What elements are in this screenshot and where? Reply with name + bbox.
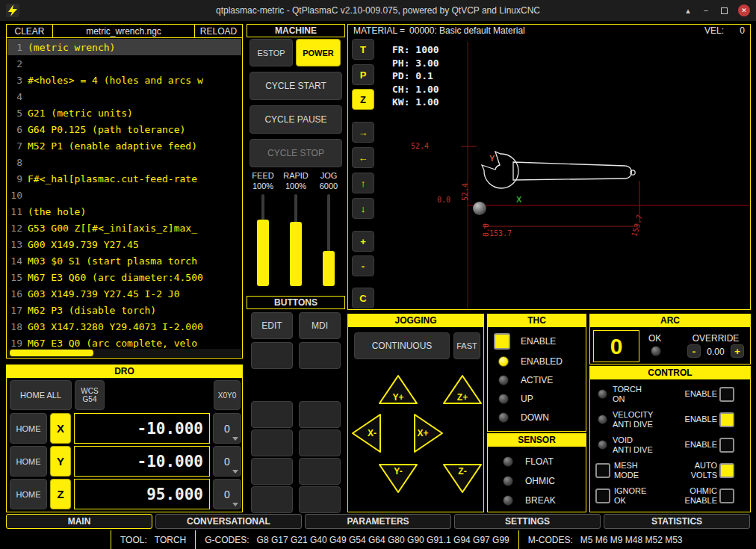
gcode-line[interactable]: 2 [7, 55, 241, 72]
user-button-empty[interactable] [251, 342, 293, 369]
mesh-label-line1: MESH [614, 461, 639, 471]
auto-volts-checkbox[interactable] [719, 463, 734, 478]
gcode-line[interactable]: 18 G03 X147.3280 Y29.4073 I-2.000 [7, 318, 241, 335]
ohmic-probe-enable-checkbox[interactable] [719, 488, 734, 503]
arc-override-plus-button[interactable]: + [731, 344, 744, 358]
zero-y-button[interactable]: 0 [213, 446, 241, 477]
gcode-line[interactable]: 10 [7, 187, 241, 203]
pan-left-button[interactable]: ← [352, 147, 374, 168]
home-y-button[interactable]: HOME [10, 446, 47, 477]
jog-x-plus-button[interactable]: X+ [412, 412, 445, 458]
gcode-line[interactable]: 12 G53 G00 Z[[#<_ini[axis_z]max_ [7, 220, 241, 236]
jog-z-plus-button[interactable]: Z+ [441, 373, 484, 409]
continuous-jog-button[interactable]: CONTINUOUS [354, 332, 450, 359]
gcode-line[interactable]: 1 (metric wrench) [7, 39, 241, 55]
user-button-empty[interactable] [299, 342, 341, 369]
jog-y-minus-button[interactable]: Y- [377, 462, 420, 498]
gcode-listing[interactable]: 1 (metric wrench) 2 3 #<holes> = 4 (hole… [7, 39, 241, 348]
preview-canvas[interactable]: 52.4 52.4 0.0 0.0 153.7 153.7 Y X FR: 10… [349, 37, 749, 308]
override-slider[interactable] [257, 194, 269, 286]
clear-view-button[interactable]: C [352, 288, 374, 308]
gcode-line[interactable]: 15 M67 E3 Q60 (arc diameter:4.500 [7, 269, 241, 285]
edit-button[interactable]: EDIT [251, 312, 293, 339]
clear-button[interactable]: CLEAR [7, 25, 53, 37]
gcode-hscrollbar[interactable] [7, 349, 241, 357]
view-top-button[interactable]: T [352, 39, 374, 60]
gcode-line[interactable]: 16 G03 X149.739 Y27.45 I-2 J0 [7, 285, 241, 302]
gcode-line[interactable]: 17 M62 P3 (disable torch) [7, 302, 241, 318]
axis-z-button[interactable]: Z [50, 479, 71, 509]
user-button-empty[interactable] [251, 429, 293, 456]
ignore-arc-ok-checkbox[interactable] [595, 488, 610, 503]
view-z-button[interactable]: Z [352, 89, 374, 110]
power-button[interactable]: POWER [296, 39, 341, 66]
cycle-pause-button[interactable]: CYCLE PAUSE [250, 105, 342, 134]
user-button-empty[interactable] [251, 401, 293, 428]
home-z-button[interactable]: HOME [10, 479, 47, 509]
mesh-mode-checkbox[interactable] [595, 463, 610, 478]
pan-down-button[interactable]: ↓ [352, 198, 374, 219]
maximize-button[interactable] [716, 0, 732, 21]
override-slider[interactable] [323, 194, 335, 286]
gcode-line[interactable]: 14 M03 $0 S1 (start plasma torch [7, 252, 241, 269]
gcode-line[interactable]: 8 [7, 154, 241, 170]
velocity-enable-checkbox[interactable] [719, 412, 734, 427]
material-value[interactable]: 00000: Basic default Material [409, 25, 525, 36]
wcs-button[interactable]: WCS G54 [75, 380, 105, 410]
tab-statistics[interactable]: STATISTICS [604, 514, 750, 529]
tab-settings[interactable]: SETTINGS [454, 514, 601, 529]
torch-enable-checkbox[interactable] [719, 387, 734, 402]
void-enable-checkbox[interactable] [719, 438, 734, 453]
axis-x-button[interactable]: X [50, 413, 71, 444]
gcode-line[interactable]: 5 G21 (metric units) [7, 105, 241, 121]
gcode-line[interactable]: 9 F#<_hal[plasmac.cut-feed-rate [7, 170, 241, 187]
cycle-stop-button[interactable]: CYCLE STOP [250, 139, 342, 167]
view-p-button[interactable]: P [352, 64, 374, 85]
user-button-empty[interactable] [299, 458, 341, 485]
slider-handle[interactable] [323, 251, 335, 286]
home-x-button[interactable]: HOME [10, 413, 47, 444]
gcode-line[interactable]: 19 M67 E3 Q0 (arc complete, velo [7, 335, 241, 348]
override-slider[interactable] [290, 194, 302, 286]
zoom-out-button[interactable]: - [352, 255, 374, 276]
thc-enable-checkbox[interactable] [494, 333, 510, 350]
axis-y-button[interactable]: Y [50, 446, 71, 477]
gcode-hscrollbar-thumb[interactable] [10, 350, 93, 356]
gcode-line[interactable]: 11 (the hole) [7, 203, 241, 220]
tab-main[interactable]: MAIN [6, 514, 152, 529]
arc-override-minus-button[interactable]: - [687, 344, 701, 358]
tab-parameters[interactable]: PARAMETERS [305, 514, 451, 529]
close-button[interactable]: ✕ [738, 4, 750, 16]
arc-ok-label: OK [648, 333, 661, 344]
gcode-line[interactable]: 3 #<holes> = 4 (holes and arcs w [7, 72, 241, 88]
user-button-empty[interactable] [299, 401, 341, 428]
zoom-in-button[interactable]: + [352, 231, 374, 252]
jog-z-minus-button[interactable]: Z- [441, 462, 484, 498]
user-button-empty[interactable] [251, 486, 293, 513]
cycle-start-button[interactable]: CYCLE START [250, 72, 342, 100]
home-all-button[interactable]: HOME ALL [10, 380, 72, 410]
gcode-line[interactable]: 6 G64 P0.125 (path tolerance) [7, 121, 241, 137]
user-button-empty[interactable] [299, 429, 341, 456]
x0y0-button[interactable]: X0Y0 [214, 380, 241, 410]
zero-z-button[interactable]: 0 [213, 479, 241, 509]
user-button-empty[interactable] [299, 486, 341, 513]
user-button-empty[interactable] [251, 458, 293, 485]
jog-x-minus-button[interactable]: X- [350, 412, 382, 458]
mdi-button[interactable]: MDI [299, 312, 341, 339]
gcode-line[interactable]: 13 G00 X149.739 Y27.45 [7, 236, 241, 252]
zero-x-button[interactable]: 0 [213, 413, 241, 444]
gcode-line[interactable]: 7 M52 P1 (enable adaptive feed) [7, 137, 241, 154]
slider-handle[interactable] [257, 220, 269, 286]
fast-jog-button[interactable]: FAST [453, 332, 480, 359]
reload-button[interactable]: RELOAD [194, 25, 242, 37]
pan-up-button[interactable]: ↑ [352, 173, 374, 193]
estop-button[interactable]: ESTOP [250, 39, 293, 66]
slider-handle[interactable] [290, 222, 302, 286]
gcode-line[interactable]: 4 [7, 88, 241, 105]
jog-y-plus-button[interactable]: Y+ [377, 373, 420, 409]
shade-window-button[interactable]: ▴ [680, 0, 696, 21]
pan-right-button[interactable]: → [352, 122, 374, 143]
tab-conversational[interactable]: CONVERSATIONAL [155, 514, 302, 529]
minimize-button[interactable]: − [698, 0, 714, 21]
